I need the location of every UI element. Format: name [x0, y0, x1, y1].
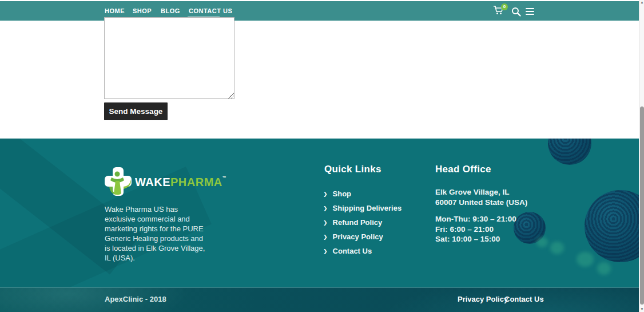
bottom-bar: ApexClinic - 2018 Privacy Policy Contact… — [0, 287, 644, 312]
head-office-title: Head Office — [435, 164, 491, 175]
head-office-hours: Mon-Thu: 9:30 – 21:00 Fri: 6:00 – 21:00 … — [435, 214, 516, 244]
scroll-up-icon[interactable]: ▲ — [639, 0, 644, 5]
textarea-resize-handle[interactable] — [228, 93, 234, 98]
contact-form-section: Send Message — [0, 21, 639, 139]
link-shipping-deliveries[interactable]: ❯ Shipping Deliveries — [323, 201, 401, 215]
copyright-text: ApexClinic - 2018 — [105, 295, 166, 303]
head-office-address: Elk Grove Village, IL 60007 United State… — [435, 187, 527, 207]
quick-links-title: Quick Links — [324, 164, 381, 175]
hamburger-menu-icon[interactable] — [526, 8, 534, 15]
navbar: HOME SHOP BLOG CONTACT US 0 — [0, 1, 639, 21]
bottom-privacy-policy-link[interactable]: Privacy Policy — [458, 295, 508, 303]
chevron-right-icon: ❯ — [323, 220, 328, 226]
message-textarea[interactable] — [104, 17, 234, 99]
link-refund-policy[interactable]: ❯ Refund Policy — [323, 215, 401, 230]
link-privacy-policy[interactable]: ❯ Privacy Policy — [323, 230, 401, 244]
link-contact-us[interactable]: ❯ Contact Us — [323, 244, 401, 258]
quick-links-list: ❯ Shop ❯ Shipping Deliveries ❯ Refund Po… — [323, 187, 401, 258]
scroll-down-icon[interactable]: ▼ — [639, 307, 644, 312]
scrollbar[interactable]: ▲ ▼ — [639, 0, 644, 312]
footer-about-text: Wake Pharma US has exclusive commercial … — [105, 204, 206, 263]
chevron-right-icon: ❯ — [323, 206, 328, 211]
search-button[interactable] — [511, 7, 521, 17]
wakepharma-logo-text: WAKEPHARMA™ — [135, 176, 226, 189]
search-icon — [511, 7, 521, 17]
cart-button[interactable]: 0 — [493, 5, 508, 19]
chevron-right-icon: ❯ — [323, 248, 328, 254]
wakepharma-logo-icon — [105, 167, 132, 196]
wakepharma-logo[interactable]: WAKEPHARMA™ — [105, 167, 208, 196]
send-message-button[interactable]: Send Message — [104, 102, 168, 120]
link-shop[interactable]: ❯ Shop — [323, 187, 401, 201]
bottom-contact-us-link[interactable]: Contact Us — [504, 295, 544, 303]
footer: WAKEPHARMA™ Wake Pharma US has exclusive… — [0, 139, 644, 287]
chevron-right-icon: ❯ — [323, 234, 328, 240]
chevron-right-icon: ❯ — [323, 191, 328, 197]
cart-count-badge: 0 — [501, 3, 508, 10]
scrollbar-thumb[interactable] — [640, 106, 644, 305]
